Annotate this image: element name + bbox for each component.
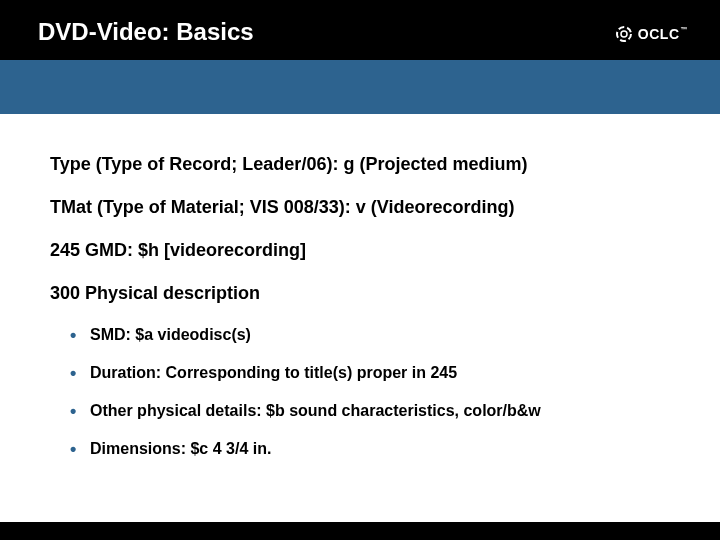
content-line-tmat: TMat (Type of Material; VIS 008/33): v (… (50, 197, 670, 218)
oclc-logo-icon (614, 24, 634, 44)
logo-text-main: OCLC (638, 26, 680, 42)
logo-tm: ™ (681, 26, 689, 33)
bullet-dimensions: Dimensions: $c 4 3/4 in. (90, 440, 670, 458)
content-line-type: Type (Type of Record; Leader/06): g (Pro… (50, 154, 670, 175)
header-blue-band: OCLC™ (0, 60, 720, 114)
oclc-logo-text: OCLC™ (638, 26, 688, 42)
svg-point-1 (621, 31, 627, 37)
bullet-smd: SMD: $a videodisc(s) (90, 326, 670, 344)
bullet-other-physical: Other physical details: $b sound charact… (90, 402, 670, 420)
bullet-duration: Duration: Corresponding to title(s) prop… (90, 364, 670, 382)
header-dark: DVD-Video: Basics (0, 0, 720, 60)
footer-black-band (0, 522, 720, 540)
content-line-245: 245 GMD: $h [videorecording] (50, 240, 670, 261)
slide: DVD-Video: Basics OCLC™ Type (Type of Re… (0, 0, 720, 540)
oclc-logo: OCLC™ (614, 24, 688, 44)
bullet-list: SMD: $a videodisc(s) Duration: Correspon… (50, 326, 670, 458)
slide-content: Type (Type of Record; Leader/06): g (Pro… (0, 114, 720, 458)
svg-point-0 (617, 27, 631, 41)
content-line-300: 300 Physical description (50, 283, 670, 304)
